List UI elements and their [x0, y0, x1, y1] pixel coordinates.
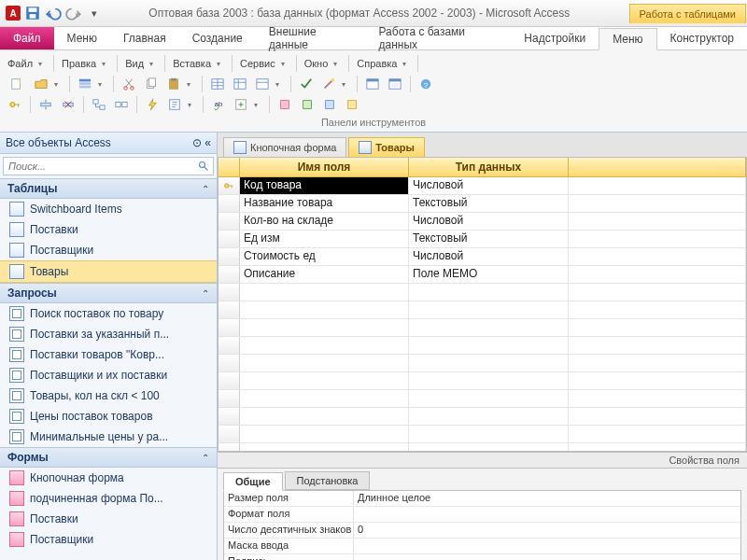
row-selector[interactable]: [218, 284, 240, 301]
misc-3-icon[interactable]: [320, 95, 339, 114]
row-selector[interactable]: [218, 231, 240, 247]
navpane-item[interactable]: Поиск поставок по товару: [0, 303, 217, 324]
navpane-item[interactable]: Поставки товаров "Ковр...: [0, 344, 217, 365]
row-selector[interactable]: [218, 301, 240, 318]
field-name-cell[interactable]: [240, 301, 409, 318]
col-header-desc[interactable]: [569, 158, 746, 176]
field-row[interactable]: [218, 372, 746, 390]
navpane-header[interactable]: Все объекты Access ⊙ «: [0, 133, 217, 154]
ribbon-tab[interactable]: Работа с базами данных: [366, 21, 512, 55]
field-row[interactable]: [218, 443, 746, 451]
navpane-group-header[interactable]: Запросы⌃: [0, 283, 217, 303]
row-selector[interactable]: [218, 195, 240, 212]
row-selector[interactable]: [218, 337, 240, 354]
field-name-cell[interactable]: Название товара: [240, 195, 409, 212]
prop-tab[interactable]: Подстановка: [285, 471, 371, 490]
ribbon-menu[interactable]: Правка: [60, 58, 98, 69]
field-type-cell[interactable]: [409, 301, 569, 318]
auto-icon[interactable]: [232, 95, 250, 114]
cut-icon[interactable]: [120, 75, 138, 93]
row-selector[interactable]: [218, 426, 240, 442]
property-row[interactable]: Подпись: [224, 554, 740, 560]
document-tab[interactable]: Товары: [348, 137, 425, 157]
file-tab[interactable]: Файл: [0, 27, 54, 49]
field-type-cell[interactable]: [409, 319, 569, 336]
row-selector[interactable]: [218, 443, 240, 451]
navpane-item[interactable]: Поставщики и их поставки: [0, 365, 217, 385]
ribbon-tab[interactable]: Создание: [179, 28, 256, 49]
views-icon[interactable]: [76, 75, 94, 93]
field-type-cell[interactable]: Текстовый: [409, 195, 569, 212]
field-row[interactable]: [218, 284, 746, 301]
qat-customize-icon[interactable]: ▾: [86, 5, 103, 21]
misc-2-icon[interactable]: [298, 95, 317, 114]
field-row[interactable]: ОписаниеПоле МЕМО: [218, 266, 746, 284]
prop-tab[interactable]: Общие: [223, 472, 283, 491]
row-selector[interactable]: [218, 408, 240, 425]
field-type-cell[interactable]: Числовой: [409, 213, 569, 230]
table-2-icon[interactable]: [231, 75, 249, 93]
row-selector[interactable]: [218, 213, 240, 230]
check-icon[interactable]: [297, 75, 316, 93]
document-tab[interactable]: Кнопочная форма: [223, 137, 346, 157]
navpane-item[interactable]: Товары, кол на скл < 100: [0, 385, 217, 406]
ribbon-tab[interactable]: Главная: [110, 28, 179, 49]
help-icon[interactable]: ?: [416, 75, 435, 93]
field-row[interactable]: Кол-во на складеЧисловой: [218, 213, 746, 231]
property-row[interactable]: Размер поляДлинное целое: [224, 491, 740, 507]
row-selector[interactable]: [218, 319, 240, 336]
field-name-cell[interactable]: [240, 337, 409, 354]
row-selector[interactable]: [218, 390, 240, 407]
lightning-icon[interactable]: [143, 95, 162, 114]
redo-icon[interactable]: [65, 5, 82, 21]
field-name-cell[interactable]: Код товара: [240, 177, 409, 194]
field-type-cell[interactable]: Текстовый: [409, 231, 569, 247]
contextual-tab-tabletools[interactable]: Работа с таблицами: [629, 4, 746, 23]
relations-icon[interactable]: [90, 95, 108, 114]
field-name-cell[interactable]: [240, 319, 409, 336]
navpane-item[interactable]: Кнопочная форма: [0, 468, 217, 488]
field-type-cell[interactable]: Числовой: [409, 248, 569, 265]
field-row[interactable]: [218, 355, 746, 372]
field-name-cell[interactable]: [240, 355, 409, 371]
field-name-cell[interactable]: [240, 426, 409, 442]
col-header-name[interactable]: Имя поля: [240, 158, 409, 176]
navpane-item[interactable]: Минимальные цены у ра...: [0, 427, 217, 447]
field-row[interactable]: [218, 426, 746, 443]
navpane-item[interactable]: Цены поставок товаров: [0, 406, 217, 427]
field-type-cell[interactable]: Поле МЕМО: [409, 266, 569, 283]
col-header-type[interactable]: Тип данных: [409, 158, 569, 176]
ribbon-menu[interactable]: Файл: [6, 58, 35, 69]
navpane-dropdown-icon[interactable]: ⊙ «: [192, 136, 211, 149]
field-row[interactable]: Код товараЧисловой: [218, 177, 746, 195]
navpane-item[interactable]: подчиненная форма По...: [0, 488, 217, 509]
search-icon[interactable]: [194, 158, 213, 175]
field-type-cell[interactable]: [409, 355, 569, 371]
field-type-cell[interactable]: [409, 284, 569, 301]
ribbon-tab[interactable]: Внешние данные: [256, 21, 366, 55]
copy-icon[interactable]: [142, 75, 161, 93]
window-1-icon[interactable]: [363, 75, 382, 93]
field-row[interactable]: [218, 390, 746, 408]
ribbon-menu[interactable]: Окно: [303, 58, 331, 69]
field-name-cell[interactable]: [240, 408, 409, 425]
property-row[interactable]: Маска ввода: [224, 539, 740, 554]
field-name-cell[interactable]: [240, 443, 409, 451]
field-row[interactable]: [218, 319, 746, 337]
navpane-item[interactable]: Товары: [0, 260, 217, 283]
undo-icon[interactable]: [45, 5, 62, 21]
ribbon-tab[interactable]: Меню: [599, 28, 656, 50]
row-selector[interactable]: [218, 248, 240, 265]
field-row[interactable]: [218, 408, 746, 426]
macro-icon[interactable]: [165, 95, 184, 114]
key-icon[interactable]: [6, 95, 24, 114]
ribbon-menu[interactable]: Справка: [355, 58, 399, 69]
field-name-cell[interactable]: Стоимость ед: [240, 248, 409, 265]
navpane-group-header[interactable]: Таблицы⌃: [0, 178, 217, 199]
row-selector-header[interactable]: [218, 158, 240, 176]
row-selector[interactable]: [218, 372, 240, 389]
field-name-cell[interactable]: [240, 284, 409, 301]
paste-icon[interactable]: [164, 75, 183, 93]
window-2-icon[interactable]: [386, 75, 404, 93]
search-input[interactable]: [4, 158, 194, 175]
